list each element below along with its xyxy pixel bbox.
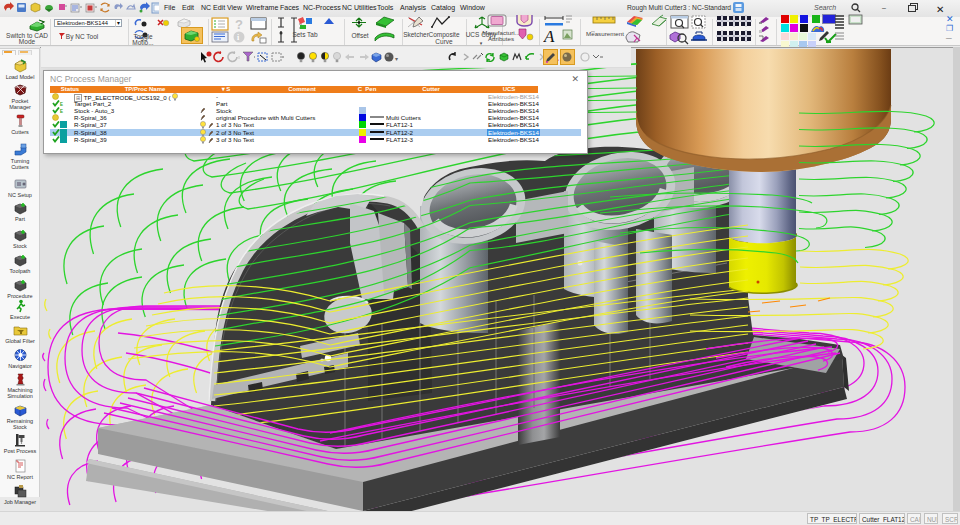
svg-text:?: ? <box>235 17 243 31</box>
svg-text:A: A <box>543 27 555 44</box>
